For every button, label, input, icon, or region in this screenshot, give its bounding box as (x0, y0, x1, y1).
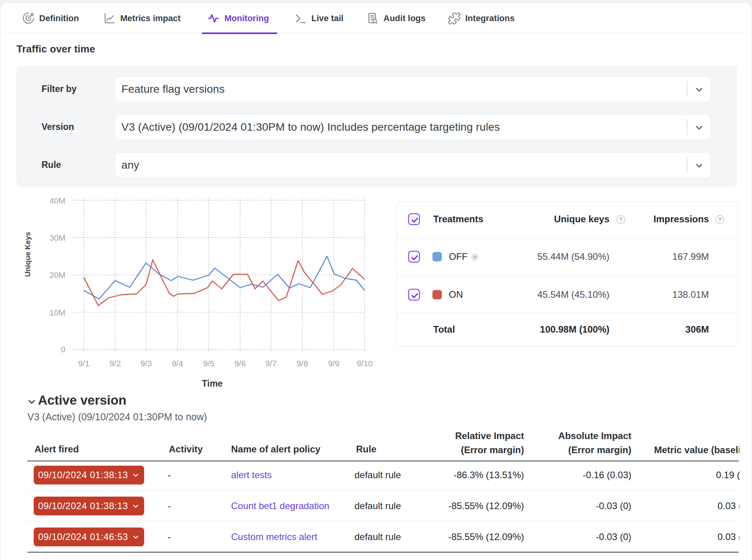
svg-text:Time: Time (202, 378, 222, 389)
svg-text:9/1: 9/1 (78, 359, 89, 368)
svg-text:9/9: 9/9 (328, 359, 339, 368)
svg-text:9/8: 9/8 (296, 359, 308, 368)
svg-text:9/2: 9/2 (109, 359, 121, 368)
svg-text:9/6: 9/6 (234, 359, 246, 368)
svg-text:9/4: 9/4 (172, 359, 183, 368)
svg-text:9/10: 9/10 (357, 359, 373, 368)
svg-text:9/3: 9/3 (140, 359, 152, 368)
svg-text:40M: 40M (49, 196, 65, 205)
svg-text:9/7: 9/7 (265, 359, 277, 368)
svg-text:10M: 10M (49, 308, 65, 317)
svg-text:Unique Keys: Unique Keys (24, 232, 32, 277)
svg-text:20M: 20M (49, 270, 65, 279)
svg-text:0: 0 (61, 345, 65, 354)
svg-text:9/5: 9/5 (203, 359, 214, 368)
svg-text:30M: 30M (49, 233, 65, 242)
